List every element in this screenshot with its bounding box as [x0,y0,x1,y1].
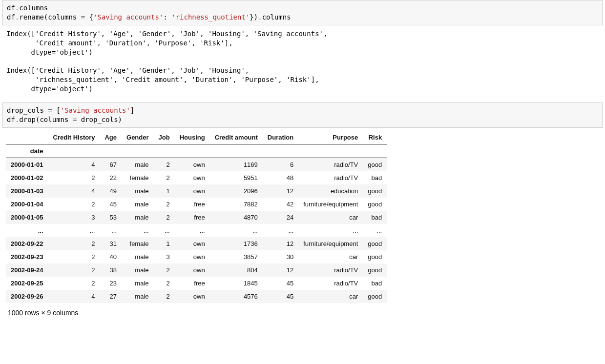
dataframe-cell: 1 [154,237,175,250]
dataframe-index-name-row: date [6,144,387,158]
dataframe-cell: own [175,290,210,303]
dataframe-column-header: Gender [122,131,154,144]
dataframe-cell: ... [154,224,175,237]
dataframe-row-index: 2000-01-04 [6,198,48,211]
dataframe-index-name: date [6,144,48,158]
dataframe-cell: 1169 [210,158,263,171]
output-cell-2: Credit HistoryAgeGenderJobHousingCredit … [0,129,605,321]
dataframe-cell: 2 [48,237,100,250]
dataframe-row-index: 2000-01-02 [6,171,48,184]
dataframe-cell: male [122,250,154,263]
dataframe-cell: 1736 [210,237,263,250]
dataframe-column-header: Credit amount [210,131,263,144]
dataframe-cell: own [175,237,210,250]
dataframe-cell: 45 [263,290,298,303]
dataframe-cell: 2 [154,263,175,277]
dataframe-cell: ... [210,224,263,237]
dataframe-cell: own [175,171,210,184]
table-row: .............................. [6,224,387,237]
dataframe-cell: 40 [100,250,122,263]
table-row: 2000-01-01467male2own11696radio/TVgood [6,158,387,171]
dataframe-cell: 42 [263,198,298,211]
table-row: 2002-09-22231female1own173612furniture/e… [6,237,387,250]
dataframe-cell: 1845 [210,277,263,290]
dataframe-cell: 22 [100,171,122,184]
dataframe-cell: 1 [154,184,175,198]
dataframe-cell: good [363,198,387,211]
dataframe-cell: own [175,158,210,171]
dataframe-row-index: 2000-01-01 [6,158,48,171]
dataframe-cell: 2 [154,290,175,303]
dataframe-cell: good [363,158,387,171]
table-row: 2002-09-24238male2own80412radio/TVgood [6,263,387,277]
dataframe-cell: ... [48,224,100,237]
dataframe-row-index: 2000-01-03 [6,184,48,198]
dataframe-cell: 2 [48,263,100,277]
dataframe-cell: 2 [48,277,100,290]
dataframe-cell: 53 [100,211,122,224]
code-cell-2[interactable]: drop_cols = ['Saving accounts'] df.drop(… [2,102,603,128]
dataframe-cell: ... [263,224,298,237]
dataframe-row-index: 2002-09-23 [6,250,48,263]
dataframe-cell: 4576 [210,290,263,303]
dataframe-column-header: Purpose [298,131,363,144]
dataframe-cell: 49 [100,184,122,198]
dataframe-cell: 4 [48,184,100,198]
table-row: 2002-09-23240male3own385730cargood [6,250,387,263]
dataframe-row-index: ... [6,224,48,237]
dataframe-cell: ... [122,224,154,237]
dataframe-cell: 2 [154,171,175,184]
dataframe-cell: ... [298,224,363,237]
dataframe-cell: 12 [263,184,298,198]
dataframe-cell: good [363,184,387,198]
dataframe-cell: 2 [48,250,100,263]
dataframe-cell: good [363,263,387,277]
dataframe-cell: free [175,277,210,290]
dataframe-cell: good [363,237,387,250]
dataframe-cell: 2 [154,198,175,211]
dataframe-cell: male [122,277,154,290]
dataframe-cell: 12 [263,237,298,250]
dataframe-cell: own [175,250,210,263]
dataframe-cell: ... [363,224,387,237]
dataframe-row-index: 2000-01-05 [6,211,48,224]
dataframe-cell: 27 [100,290,122,303]
dataframe-cell: male [122,158,154,171]
dataframe-row-index: 2002-09-26 [6,290,48,303]
dataframe-column-header: Credit History [48,131,100,144]
table-row: 2000-01-02222female2own595148radio/TVbad [6,171,387,184]
dataframe-cell: car [298,211,363,224]
dataframe-cell: 4 [48,290,100,303]
dataframe-cell: 30 [263,250,298,263]
dataframe-summary: 1000 rows × 9 columns [6,303,601,317]
dataframe-cell: furniture/equipment [298,198,363,211]
dataframe-cell: 804 [210,263,263,277]
dataframe-cell: 3 [154,250,175,263]
dataframe-row-index: 2002-09-22 [6,237,48,250]
dataframe-cell: female [122,171,154,184]
dataframe-cell: own [175,184,210,198]
dataframe-cell: 38 [100,263,122,277]
dataframe-row-index: 2002-09-25 [6,277,48,290]
dataframe-cell: 31 [100,237,122,250]
dataframe-column-header: Job [154,131,175,144]
table-row: 2002-09-25223male2free184545radio/TVbad [6,277,387,290]
dataframe-cell: bad [363,171,387,184]
dataframe-cell: 2096 [210,184,263,198]
dataframe-cell: car [298,250,363,263]
dataframe-cell: ... [100,224,122,237]
dataframe-cell: 5951 [210,171,263,184]
dataframe-cell: ... [175,224,210,237]
dataframe-cell: education [298,184,363,198]
dataframe-cell: 67 [100,158,122,171]
dataframe-cell: 2 [48,171,100,184]
dataframe-cell: bad [363,277,387,290]
code-cell-1[interactable]: df.columns df.rename(columns = {'Saving … [2,0,603,25]
dataframe-row-index: 2002-09-24 [6,263,48,277]
dataframe-cell: 6 [263,158,298,171]
dataframe-cell: male [122,184,154,198]
dataframe-cell: 12 [263,263,298,277]
dataframe-column-header: Risk [363,131,387,144]
dataframe-cell: 3 [48,211,100,224]
dataframe-header-row: Credit HistoryAgeGenderJobHousingCredit … [6,131,387,144]
